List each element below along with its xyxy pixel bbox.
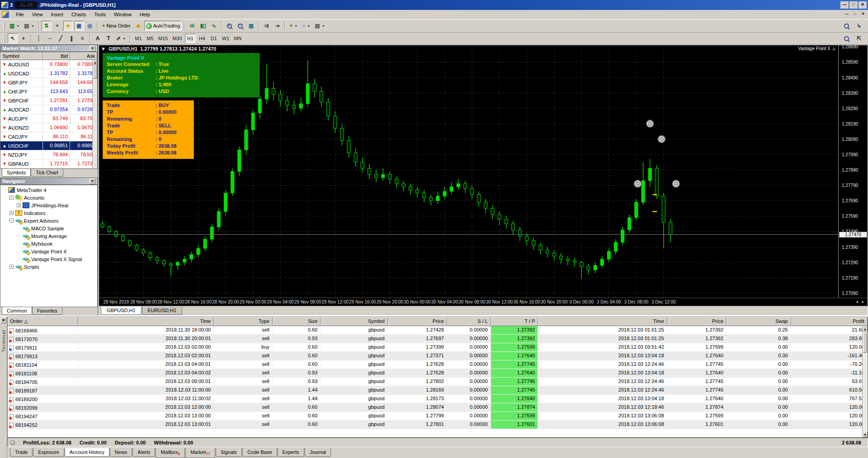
text-button[interactable]: A xyxy=(93,33,103,43)
table-vertical-scrollbar[interactable]: ▲ ▼ xyxy=(862,326,868,437)
timeframe-m1[interactable]: M1 xyxy=(133,34,144,43)
history-row-68194247[interactable]: 681942472018.12.03 13:00:00sell0.60gbpus… xyxy=(8,412,868,421)
menu-file[interactable]: File xyxy=(12,10,28,19)
terminal-tab-exposure[interactable]: Exposure xyxy=(33,448,64,457)
navigator-item-moving-average[interactable]: Moving Average xyxy=(0,232,97,240)
market-watch-row[interactable]: ▼GBPCHF1.272811.27296 xyxy=(0,96,97,105)
chart-plot[interactable]: ▼ GBPUSD,H1 1.27799 1.27813 1.27424 1.27… xyxy=(99,45,838,298)
collapse-icon[interactable]: − xyxy=(9,219,14,223)
history-row-68181108[interactable]: 681811082018.12.03 04:00:02sell0.93gbpus… xyxy=(8,369,868,378)
periods-list-button[interactable]: ○▼ xyxy=(300,21,312,31)
maximize-button[interactable]: □ xyxy=(849,1,858,9)
market-watch-row[interactable]: ▲USDCHF0.998510.99858 xyxy=(0,141,97,150)
header-time[interactable]: Time xyxy=(78,317,214,326)
col-bid[interactable]: Bid xyxy=(43,52,70,60)
history-row-68189200[interactable]: 681892002018.12.03 11:00:02sell1.44gbpus… xyxy=(8,395,868,403)
chart-tab-eurusd-h1[interactable]: EURUSD,H1 xyxy=(142,307,183,315)
timeframe-h1[interactable]: H1 xyxy=(185,34,196,43)
menu-window[interactable]: Window xyxy=(110,10,136,19)
terminal-toggle-button[interactable]: ▣ xyxy=(74,21,84,31)
child-restore-button[interactable]: □ xyxy=(851,11,859,18)
menu-charts[interactable]: Charts xyxy=(67,10,90,19)
chart-scroll-arrows[interactable]: ◄ ► xyxy=(838,298,868,306)
market-watch-row[interactable]: ▲USDCAD1.317821.31788 xyxy=(0,69,97,78)
chart-line-button[interactable]: ∿ xyxy=(209,21,219,31)
menu-tools[interactable]: Tools xyxy=(90,10,110,19)
menu-insert[interactable]: Insert xyxy=(47,10,67,19)
market-watch-scrollbar[interactable]: ▲ xyxy=(92,60,97,168)
templates-button[interactable]: ▤▼ xyxy=(313,21,326,31)
collapse-arrow-icon[interactable]: ▼ xyxy=(101,46,106,51)
timeframe-m30[interactable]: M30 xyxy=(170,34,184,43)
navigator-item-indicators[interactable]: +fIndicators xyxy=(0,209,97,217)
navigator-item-vantage-point-x-signal[interactable]: Vantage Point X Signal xyxy=(0,255,97,263)
autotrading-button[interactable]: ▶AutoTrading xyxy=(144,21,182,31)
search-2-button[interactable] xyxy=(841,33,851,43)
navigator-item-macd-sample[interactable]: MACD Sample xyxy=(0,224,97,232)
history-row-68168466[interactable]: 681684662018.11.30 18:00:00sell0.60gbpus… xyxy=(8,326,868,335)
terminal-tab-journal[interactable]: Journal xyxy=(305,448,331,457)
scroll-up-icon[interactable]: ▲ xyxy=(863,326,868,332)
history-row-68179911[interactable]: 681799112018.12.03 02:00:00buy0.60gbpusd… xyxy=(8,343,868,352)
profiles-button[interactable]: ▤▼ xyxy=(22,21,36,31)
history-row-68194252[interactable]: 681942522018.12.03 13:00:01sell0.60gbpus… xyxy=(8,421,868,429)
navigator-tab-common[interactable]: Common xyxy=(2,307,32,315)
terminal-tab-account-history[interactable]: Account History xyxy=(65,448,109,457)
equidistant-channel-button[interactable]: ∥ xyxy=(66,33,76,43)
terminal-tab-mailbox[interactable]: Mailbox6 xyxy=(156,448,185,458)
navigator-item-vantage-point-x[interactable]: Vantage Point X xyxy=(0,248,97,255)
scroll-up-icon[interactable]: ▲ xyxy=(93,60,97,65)
terminal-tab-market[interactable]: Market77 xyxy=(185,448,215,458)
market-watch-row[interactable]: ▲AUDCAD0.972540.97265 xyxy=(0,105,97,114)
terminal-tab-news[interactable]: News xyxy=(110,448,132,457)
history-row-68172070[interactable]: 681720702018.11.30 20:00:01sell0.93gbpus… xyxy=(8,335,868,343)
header-time[interactable]: Time xyxy=(538,317,667,326)
header-type[interactable]: Type xyxy=(214,317,272,326)
strategy-tester-button[interactable]: ◎ xyxy=(85,21,95,31)
header-symbol[interactable]: Symbol xyxy=(321,317,387,326)
market-watch-tab-tick-chart[interactable]: Tick Chart xyxy=(31,169,63,177)
navigator-item-myfxbook[interactable]: Myfxbook xyxy=(0,240,97,248)
timeframe-d1[interactable]: D1 xyxy=(208,34,219,43)
market-watch-row[interactable]: ▼NZDJPY78.49478.502 xyxy=(0,150,97,159)
timeframe-m15[interactable]: M15 xyxy=(156,34,170,43)
header-profit[interactable]: Profit xyxy=(791,317,868,326)
horizontal-line-button[interactable]: ─ xyxy=(45,33,55,43)
header-price[interactable]: Price xyxy=(667,317,726,326)
search-button[interactable] xyxy=(841,21,851,31)
navigator-item-metatrader-4[interactable]: MetaTrader 4 xyxy=(0,186,97,194)
market-watch-row[interactable]: ▼CADJPY86.11086.117 xyxy=(0,132,97,141)
collapse-icon[interactable]: − xyxy=(9,196,14,200)
indicators-list-button[interactable]: +▼ xyxy=(288,21,299,31)
scrollbar-thumb[interactable] xyxy=(863,332,867,353)
market-watch-close-icon[interactable]: ✕ xyxy=(90,46,95,51)
child-close-button[interactable]: ✕ xyxy=(859,11,867,18)
terminal-tab-alerts[interactable]: Alerts xyxy=(132,448,155,457)
navigator-toggle-button[interactable]: ★ xyxy=(63,21,73,31)
header-t-p[interactable]: T / P xyxy=(491,317,538,326)
data-window-button[interactable]: + xyxy=(52,21,62,31)
expand-icon[interactable]: + xyxy=(17,203,21,207)
timeframe-m5[interactable]: M5 xyxy=(145,34,156,43)
header-s-l[interactable]: S / L xyxy=(447,317,491,326)
market-watch-row[interactable]: ▼AUDUSD0.738000.73806 xyxy=(0,60,97,69)
chart-shift-button[interactable]: ⇥ xyxy=(272,21,282,31)
market-watch-row[interactable]: ▼GBPJPY144.658144.664 xyxy=(0,78,97,87)
market-watch-toggle-button[interactable]: ⇅ xyxy=(42,21,52,31)
col-symbol[interactable]: Symbol xyxy=(0,52,43,60)
new-chart-button[interactable]: ▥▼ xyxy=(8,21,21,31)
market-watch-row[interactable]: ▼AUDJPY83.74983.756 xyxy=(0,114,97,123)
close-button[interactable]: ✕ xyxy=(859,1,867,9)
navigator-tab-favorites[interactable]: Favorites xyxy=(32,307,62,315)
header-price[interactable]: Price xyxy=(388,317,447,326)
chart-bars-button[interactable]: ılı xyxy=(187,21,197,31)
trendline-button[interactable]: ╱ xyxy=(56,33,66,43)
tile-windows-button[interactable]: ▦ xyxy=(246,21,256,31)
terminal-tab-code-base[interactable]: Code Base xyxy=(242,448,277,457)
minimize-button[interactable]: — xyxy=(840,1,849,9)
expand-icon[interactable]: + xyxy=(9,265,14,269)
chart-tab-gbpusd-h1[interactable]: GBPUSD,H1 xyxy=(101,307,142,315)
history-row-68181104[interactable]: 681811042018.12.03 04:00:01sell0.60gbpus… xyxy=(8,360,868,369)
market-watch-row[interactable]: ▼GBPAUD1.727151.72728 xyxy=(0,159,97,168)
pointer-2-button[interactable]: ⇱ xyxy=(854,33,864,43)
